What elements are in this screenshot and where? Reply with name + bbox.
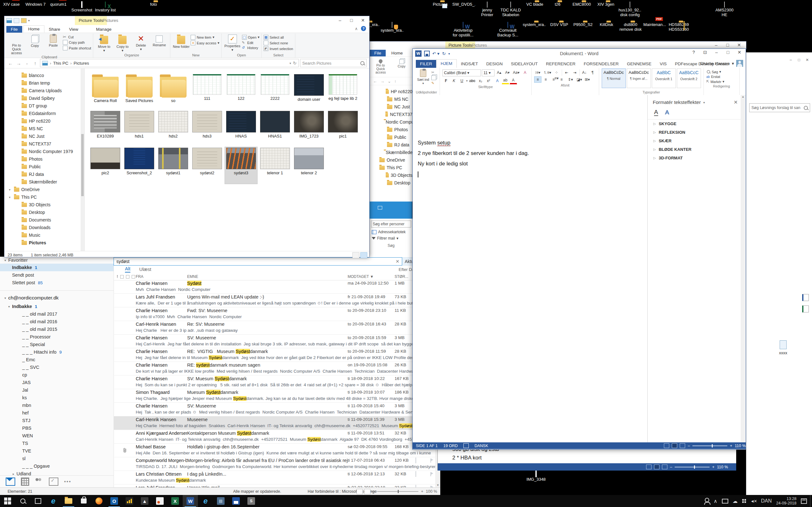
align-center-icon[interactable]: ≡ bbox=[542, 76, 549, 83]
details-view-icon[interactable] bbox=[352, 252, 359, 258]
word-count[interactable]: 19 ORD bbox=[444, 444, 458, 448]
picture-tools-tab[interactable]: Picture Tools bbox=[75, 16, 107, 25]
strikethrough-icon[interactable]: abc bbox=[468, 78, 476, 84]
category-box[interactable] bbox=[415, 485, 416, 487]
tree-item[interactable]: Skærmbilleder bbox=[370, 149, 412, 156]
minimize-icon[interactable]: – bbox=[711, 42, 722, 49]
chevron-icon[interactable] bbox=[8, 305, 12, 308]
tree-item[interactable]: NC Just bbox=[370, 103, 412, 111]
search-input[interactable]: Search Pictures bbox=[300, 59, 367, 67]
file-tab[interactable]: File bbox=[370, 50, 386, 56]
tree-item[interactable]: MS NC bbox=[4, 125, 84, 132]
email-row[interactable]: Simon Thagaard Muesum Sydøstdanmark ti 1… bbox=[113, 389, 435, 403]
tree-item[interactable]: This PC bbox=[4, 193, 84, 201]
tree-item[interactable]: blancco bbox=[4, 72, 84, 79]
shading-icon[interactable]: ◪▾ bbox=[576, 76, 583, 83]
file-item[interactable]: Screenshot_2 bbox=[123, 147, 155, 184]
people-icon[interactable] bbox=[35, 478, 43, 485]
pin-to-quick-access-button[interactable]: Pin to Quick access bbox=[372, 58, 390, 76]
file-item[interactable]: sydøst1 bbox=[157, 147, 189, 184]
email-row[interactable]: Charlie Hansen RE: sydøstdanmark museum … bbox=[113, 362, 435, 376]
superscript-icon[interactable]: x² bbox=[485, 78, 492, 84]
category-box[interactable] bbox=[415, 458, 416, 463]
taskbar-button-rss-app[interactable] bbox=[152, 495, 167, 507]
category-box[interactable] bbox=[415, 471, 416, 477]
mail-folder-item[interactable]: Sendt post bbox=[0, 271, 113, 279]
email-row[interactable]: Charlie Hansen SV: Muesum Sydøstdanmark … bbox=[113, 376, 435, 389]
sort-icon[interactable]: A↓ bbox=[581, 69, 588, 76]
tree-item[interactable]: OneDrive bbox=[370, 156, 412, 164]
address-book-button[interactable]: Adressekartotek bbox=[370, 229, 412, 235]
word-background-window[interactable]: 500 gb disk og 2stb 2 * HBA kort –+110 % bbox=[438, 449, 736, 470]
flag-icon[interactable] bbox=[430, 458, 431, 463]
tree-item[interactable]: HP nc6220 bbox=[4, 117, 84, 125]
mail-folder-item[interactable]: _ _ _ Opgave bbox=[0, 462, 113, 470]
font-size-select[interactable]: 11 ▾ bbox=[482, 69, 495, 76]
file-item[interactable]: so bbox=[157, 73, 189, 110]
mail-folder-item[interactable]: WEN bbox=[0, 432, 113, 440]
panel-section[interactable]: ▷SKÆR bbox=[648, 136, 741, 145]
clock[interactable]: 13:28 24-09-2018 bbox=[776, 497, 797, 505]
desktop-icon[interactable]: HDS85269 HDS53160 ... bbox=[667, 22, 690, 32]
email-row[interactable]: Charlie Hansen RE: VIGTIG Museum Sydøstd… bbox=[113, 348, 435, 362]
paste-shortcut-button[interactable]: Paste shortcut bbox=[63, 46, 91, 50]
file-item[interactable]: HNAS1 bbox=[259, 110, 291, 147]
tree-item[interactable]: Public bbox=[4, 163, 84, 170]
move-to-button[interactable]: Move to ▾ bbox=[95, 34, 113, 52]
tree-item[interactable]: Pictures bbox=[4, 239, 84, 246]
show-hidden-icons-chevron[interactable]: ∧ bbox=[714, 498, 717, 504]
desktop-icon[interactable]: ds8800 remove disk bbox=[619, 22, 642, 32]
email-row[interactable]: Charlie Hansen SV: Museerne to 20-09-201… bbox=[113, 335, 435, 348]
solutions-item[interactable]: xxxx bbox=[774, 340, 793, 355]
style-card-¶ Normal[interactable]: AaBbCcDc ¶ Normal bbox=[602, 68, 626, 88]
desktop-icon[interactable]: TDC KALD Skabelon bbox=[499, 2, 522, 17]
tree-item[interactable]: NCTEXT37 bbox=[4, 140, 84, 148]
tree-item[interactable]: 3D Objects bbox=[4, 201, 84, 209]
cut-button[interactable]: ✂Cut bbox=[63, 35, 91, 39]
word-tab[interactable]: REFERENCER bbox=[542, 60, 579, 68]
email-row[interactable]: Lars Christian Ottesen I dag på LinkedIn… bbox=[113, 471, 435, 485]
breadcrumb[interactable]: › This PC › Pictures ▾ ↻ bbox=[40, 59, 299, 67]
web-layout-icon[interactable] bbox=[662, 464, 667, 469]
restore-icon[interactable] bbox=[378, 206, 382, 210]
paste-button[interactable]: Sæt ind▾ bbox=[416, 68, 430, 85]
easy-access-button[interactable]: ≡Easy access ▾ bbox=[191, 41, 219, 45]
taskbar-button-internet-explorer[interactable]: e bbox=[198, 495, 213, 507]
tree-item[interactable]: Photos bbox=[370, 126, 412, 133]
file-item[interactable]: hds3 bbox=[191, 110, 223, 147]
taskbar-button-search[interactable] bbox=[15, 495, 31, 507]
mail-folder-item[interactable]: _ _ old mail 2017 bbox=[0, 310, 113, 318]
column-from[interactable]: FRA bbox=[136, 274, 187, 279]
email-row[interactable]: Charlie Hansen SV: Museerne ti 11-09-201… bbox=[113, 403, 435, 416]
chevron-icon[interactable] bbox=[9, 188, 12, 191]
copy-path-button[interactable]: Copy path bbox=[63, 40, 91, 45]
tree-item[interactable]: DT group bbox=[4, 102, 84, 110]
file-item[interactable]: sydøst2 bbox=[191, 147, 223, 184]
qat-customize-icon[interactable]: ▾ bbox=[448, 52, 450, 55]
panel-section[interactable]: ▷3D-FORMAT bbox=[648, 154, 741, 162]
align-left-icon[interactable]: ≡ bbox=[534, 76, 542, 83]
panel-close-icon[interactable]: ✕ bbox=[734, 100, 738, 105]
pin-to-quick-access-button[interactable]: Pin to Quick access bbox=[8, 34, 26, 55]
delete-button[interactable]: ✕Delete ▾ bbox=[132, 34, 150, 51]
desktop-icon[interactable]: XIV case bbox=[0, 2, 23, 7]
desktop-icon[interactable]: XIV 3gen bbox=[595, 2, 617, 7]
file-item[interactable]: telenor 1 bbox=[259, 147, 291, 184]
desktop-icon[interactable]: P9500_S2 bbox=[571, 22, 595, 27]
up-icon[interactable]: ↑ bbox=[394, 79, 397, 83]
mail-icon[interactable] bbox=[6, 477, 15, 486]
desktop-icon[interactable]: quorum1 bbox=[47, 2, 70, 7]
maximize-icon[interactable]: □ bbox=[722, 49, 734, 56]
panel-dropdown-icon[interactable]: ▾ bbox=[703, 101, 705, 104]
breadcrumb-this-pc[interactable]: This PC bbox=[53, 61, 68, 66]
zoom-out-icon[interactable]: – bbox=[688, 444, 690, 448]
tree-item[interactable]: EGdatainform bbox=[4, 110, 84, 117]
new-folder-button[interactable]: New folder bbox=[172, 34, 190, 49]
mail-folder-item[interactable]: TVE bbox=[0, 447, 113, 455]
text-fill-outline-icon[interactable]: A bbox=[654, 109, 658, 116]
mail-folder-item[interactable]: TS bbox=[0, 440, 113, 447]
layout-icon[interactable] bbox=[364, 489, 370, 494]
tree-item[interactable]: NC Just bbox=[4, 132, 84, 140]
word-tab[interactable]: GENNEMSE bbox=[623, 60, 656, 68]
panel-section[interactable]: ▷BLØDE KANTER bbox=[648, 145, 741, 154]
